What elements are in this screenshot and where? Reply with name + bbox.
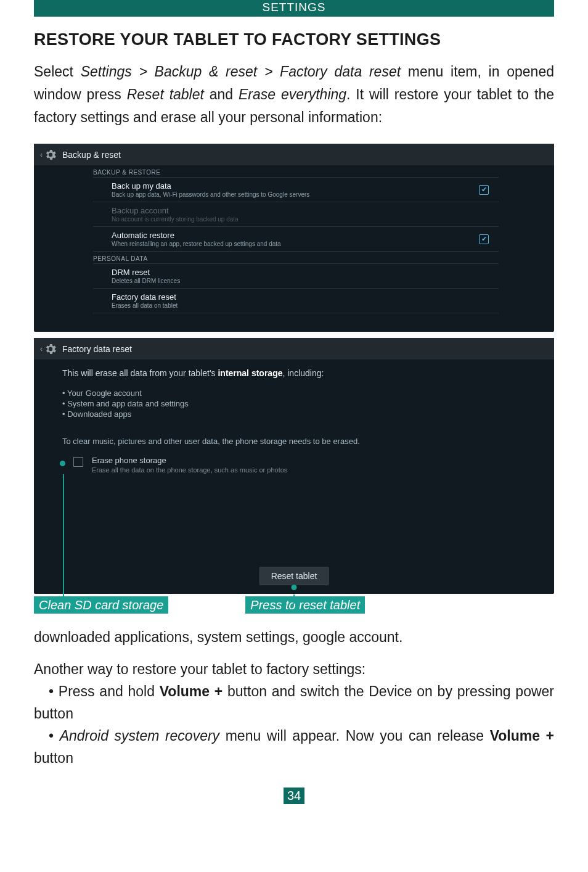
erase-phone-storage-sub: Erase all the data on the phone storage,…: [92, 466, 287, 474]
after-line1: downloaded applications, system settings…: [34, 626, 554, 648]
erase-phone-storage-title: Erase phone storage: [92, 456, 287, 465]
page-heading: RESTORE YOUR TABLET TO FACTORY SETTINGS: [34, 30, 554, 49]
ss2-intro-b: internal storage: [218, 368, 282, 378]
back-chevron-icon[interactable]: ‹: [40, 345, 43, 353]
row-title: Factory data reset: [112, 292, 489, 302]
back-chevron-icon[interactable]: ‹: [40, 150, 43, 159]
row-title: Backup account: [112, 206, 489, 215]
callout-leader-line: [63, 474, 64, 604]
ss2-header[interactable]: ‹ Factory data reset: [34, 338, 554, 360]
bullet-dot: •: [34, 728, 60, 744]
bullet-dot: •: [34, 683, 59, 699]
callout-press-reset: Press to reset tablet: [245, 596, 365, 614]
row-back-up-my-data[interactable]: Back up my data Back up app data, Wi-Fi …: [93, 177, 499, 202]
row-title: Back up my data: [112, 181, 479, 191]
ss2-intro-c: , including:: [282, 368, 324, 378]
row-backup-account: Backup account No account is currently s…: [93, 202, 499, 227]
gear-icon: [44, 342, 57, 356]
header-title: SETTINGS: [262, 1, 325, 14]
after-b2-c: Volume +: [490, 728, 554, 744]
after-line2: Another way to restore your tablet to fa…: [34, 658, 554, 680]
row-sub: When reinstalling an app, restore backed…: [112, 241, 479, 247]
page-number: 34: [284, 788, 304, 804]
intro-reset-tablet: Reset tablet: [127, 86, 204, 102]
row-automatic-restore[interactable]: Automatic restore When reinstalling an a…: [93, 227, 499, 252]
row-sub: Back up app data, Wi-Fi passwords and ot…: [112, 191, 479, 198]
checkbox-unchecked-icon[interactable]: [73, 457, 83, 467]
after-text: downloaded applications, system settings…: [34, 626, 554, 769]
row-sub: Deletes all DRM licences: [112, 278, 489, 284]
reset-tablet-button[interactable]: Reset tablet: [259, 567, 329, 585]
intro-path: Settings > Backup & reset > Factory data…: [81, 64, 401, 80]
ss2-bullets: • Your Google account • System and app d…: [62, 388, 554, 419]
ss2-intro: This will erase all data from your table…: [62, 368, 554, 378]
after-b1-a: Press and hold: [59, 683, 160, 699]
section-backup-restore: BACKUP & RESTORE: [93, 169, 554, 176]
callout-dot-icon: [60, 461, 65, 466]
header-band: SETTINGS: [34, 0, 554, 17]
intro-t3: and: [204, 86, 239, 102]
after-b1-b: Volume +: [160, 683, 223, 699]
ss2-note: To clear music, pictures and other user …: [62, 437, 554, 446]
callout-dot-icon: [292, 585, 297, 590]
intro-erase-everything: Erase everything: [239, 86, 346, 102]
ss2-intro-a: This will erase all data from your table…: [62, 368, 218, 378]
screenshot-factory-data-reset: ‹ Factory data reset This will erase all…: [34, 338, 554, 594]
intro-t1: Select: [34, 64, 81, 80]
after-b2-d: button: [34, 750, 73, 766]
screenshot-backup-reset: ‹ Backup & reset BACKUP & RESTORE Back u…: [34, 144, 554, 332]
row-title: DRM reset: [112, 268, 489, 277]
gear-icon: [44, 148, 57, 162]
after-b2-a: Android system recovery: [60, 728, 219, 744]
section-personal-data: PERSONAL DATA: [93, 255, 554, 262]
callout-leader-line: [293, 594, 295, 604]
intro-paragraph: Select Settings > Backup & reset > Facto…: [34, 60, 554, 129]
checkbox-checked-icon[interactable]: ✔: [479, 185, 489, 195]
erase-phone-storage-row[interactable]: Erase phone storage Erase all the data o…: [62, 456, 554, 474]
ss1-header[interactable]: ‹ Backup & reset: [34, 144, 554, 165]
callout-clean-sd: Clean SD card storage: [34, 596, 168, 614]
ss2-title: Factory data reset: [62, 344, 132, 354]
row-sub: Erases all data on tablet: [112, 302, 489, 309]
ss1-title: Backup & reset: [62, 150, 121, 160]
checkbox-checked-icon[interactable]: ✔: [479, 234, 489, 244]
row-factory-data-reset[interactable]: Factory data reset Erases all data on ta…: [93, 289, 499, 313]
row-drm-reset[interactable]: DRM reset Deletes all DRM licences: [93, 263, 499, 289]
row-title: Automatic restore: [112, 231, 479, 240]
after-b2-b: menu will appear. Now you can release: [219, 728, 490, 744]
row-sub: No account is currently storing backed u…: [112, 216, 489, 223]
